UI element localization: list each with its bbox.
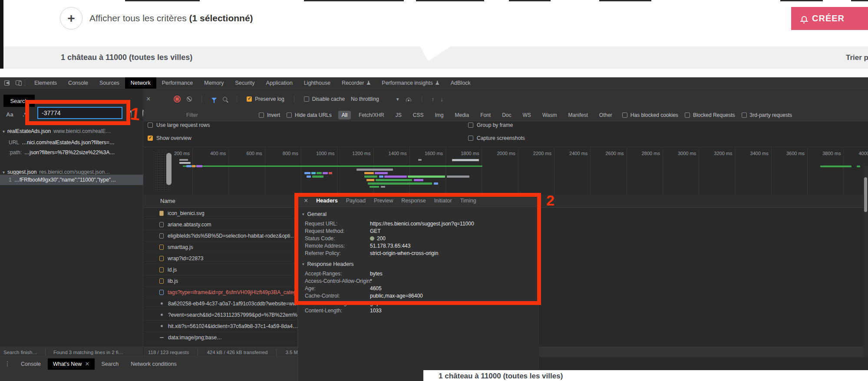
more-options-icon[interactable]: ⋮ xyxy=(4,360,10,367)
add-criteria-button[interactable]: + xyxy=(60,7,83,30)
header-name: Content-Length: xyxy=(298,308,370,314)
resource-script-icon xyxy=(159,278,164,284)
table-row[interactable]: ?event=search&tid=2613112357999&pd=%7B%2… xyxy=(144,309,297,321)
clear-icon[interactable] xyxy=(187,96,192,102)
filter-type-wasm[interactable]: Wasm xyxy=(539,111,561,119)
match-case-icon[interactable]: Aa xyxy=(6,111,13,118)
filter-type-all[interactable]: All xyxy=(338,111,351,119)
drawer-tab-search[interactable]: Search xyxy=(96,358,124,370)
table-row[interactable]: ld.js xyxy=(144,264,297,275)
browser-tab-edge xyxy=(509,0,551,1)
header-value: 4605 xyxy=(370,285,382,292)
network-overview-timeline[interactable]: 200 ms400 ms600 ms800 ms1000 ms1200 ms14… xyxy=(144,148,868,195)
timeline-tick-label: 2600 ms xyxy=(587,151,624,156)
header-value-text: 4605 xyxy=(370,285,382,292)
table-row[interactable]: icon_bienici.svg xyxy=(144,208,297,219)
filter-type-other[interactable]: Other xyxy=(596,111,616,119)
sort-by-label[interactable]: Trier p xyxy=(846,53,868,62)
close-details-icon[interactable]: × xyxy=(304,197,308,204)
close-icon[interactable]: × xyxy=(85,361,89,368)
drawer-tab-what-s-new[interactable]: What's New× xyxy=(48,358,95,370)
show-overview-checkbox[interactable]: Show overview xyxy=(148,135,191,141)
search-icon[interactable] xyxy=(223,97,227,101)
preserve-log-checkbox[interactable]: Preserve log xyxy=(247,96,284,102)
search-clear-icon[interactable] xyxy=(142,109,143,116)
details-tab-headers[interactable]: Headers xyxy=(316,198,337,204)
throttling-select[interactable]: No throttling ▼ xyxy=(351,96,400,102)
header-name: Age: xyxy=(298,285,370,292)
tab-lighthouse[interactable]: Lighthouse xyxy=(298,77,336,89)
drawer-tab-console[interactable]: Console xyxy=(16,358,46,370)
filter-type-manifest[interactable]: Manifest xyxy=(564,111,591,119)
filter-type-img[interactable]: Img xyxy=(431,111,447,119)
details-tab-timing[interactable]: Timing xyxy=(460,198,476,204)
table-row[interactable]: data:image/png;base… xyxy=(144,332,297,343)
criteria-label[interactable]: Afficher tous les critères (1 sélectionn… xyxy=(89,13,253,23)
details-tab-initiator[interactable]: Initiator xyxy=(434,198,452,204)
details-tab-payload[interactable]: Payload xyxy=(346,198,366,204)
filter-type-fetch-xhr[interactable]: Fetch/XHR xyxy=(355,111,388,119)
devtools-scrollbar[interactable] xyxy=(863,166,868,357)
import-har-icon[interactable]: ↑ xyxy=(432,96,435,102)
search-input[interactable] xyxy=(37,107,122,119)
record-icon[interactable] xyxy=(174,96,181,103)
table-row[interactable]: smarttag.js xyxy=(144,242,297,253)
search-refresh-icon[interactable] xyxy=(131,110,132,117)
table-row[interactable]: eligibleIds?ids%5B%5D=selection-habitat-… xyxy=(144,230,297,242)
filter-type-js[interactable]: JS xyxy=(392,111,405,119)
search-result-file[interactable]: ▾realEstateAds.jsonwww.bienici.com/realE… xyxy=(0,126,143,136)
tab-performance[interactable]: Performance xyxy=(156,77,199,89)
filter-type-font[interactable]: Font xyxy=(477,111,494,119)
capture-screenshots-checkbox[interactable]: Capture screenshots xyxy=(468,135,525,141)
tab-memory[interactable]: Memory xyxy=(198,77,229,89)
use-large-rows-checkbox[interactable]: Use large request rows xyxy=(148,122,210,128)
disable-cache-checkbox[interactable]: Disable cache xyxy=(304,96,345,102)
table-row[interactable]: lib.js xyxy=(144,275,297,287)
export-har-icon[interactable]: ↓ xyxy=(440,96,443,102)
table-row[interactable]: ariane.abtasty.com xyxy=(144,219,297,230)
filter-type-media[interactable]: Media xyxy=(451,111,472,119)
filter-type-ws[interactable]: WS xyxy=(519,111,535,119)
drawer-tab-network-conditions[interactable]: Network conditions xyxy=(125,358,182,370)
filter--rd-party-requests-checkbox[interactable]: 3rd-party requests xyxy=(742,112,792,118)
close-search-icon[interactable]: × xyxy=(146,96,150,103)
details-tab-preview[interactable]: Preview xyxy=(374,198,393,204)
table-row[interactable]: hit.xiti?s=561024&idclient=37c6a9b8-37c1… xyxy=(144,321,297,332)
search-result-line[interactable]: URL…nici.com/realEstateAds.json?filters=… xyxy=(0,137,143,148)
filter-has-blocked-cookies-checkbox[interactable]: Has blocked cookies xyxy=(622,112,678,118)
device-toolbar-icon[interactable] xyxy=(16,80,21,85)
tab-recorder[interactable]: Recorder xyxy=(336,77,376,89)
table-row[interactable]: tags?type=iframe&id=pr_6sfmVH09jHIzft49p… xyxy=(144,287,297,298)
tab-security[interactable]: Security xyxy=(229,77,260,89)
tab-elements[interactable]: Elements xyxy=(29,77,63,89)
search-panel-title[interactable]: Search xyxy=(3,95,35,107)
search-result-line[interactable]: :path:…json?filters=%7B%22size%22%3A… xyxy=(0,147,143,158)
inspect-element-icon[interactable] xyxy=(4,80,10,86)
tab-application[interactable]: Application xyxy=(261,77,298,89)
section-header[interactable]: ▾General xyxy=(298,210,539,218)
tab-sources[interactable]: Sources xyxy=(94,77,125,89)
filter-type-doc[interactable]: Doc xyxy=(498,111,515,119)
filter-type-css[interactable]: CSS xyxy=(409,111,427,119)
tab-network[interactable]: Network xyxy=(125,77,156,89)
tab-adblock[interactable]: AdBlock xyxy=(445,77,476,89)
group-by-frame-checkbox[interactable]: Group by frame xyxy=(468,122,513,128)
network-conditions-icon[interactable] xyxy=(406,97,412,102)
table-row[interactable]: wrap?id=22873 xyxy=(144,253,297,264)
hide-data-urls-checkbox[interactable]: Hide data URLs xyxy=(287,112,332,118)
filter-input[interactable] xyxy=(185,112,252,119)
invert-checkbox[interactable]: Invert xyxy=(259,112,280,118)
show-overview-label: Show overview xyxy=(156,135,191,141)
regex-icon[interactable]: .* xyxy=(23,111,26,118)
search-result-line[interactable]: 1…fFRfbooM9gx30","name":"11000","type"… xyxy=(0,175,143,185)
table-row[interactable]: 8a620258-eb49-4c37-a0a7-1af91c03cddb?web… xyxy=(144,298,297,309)
filter-blocked-requests-checkbox[interactable]: Blocked Requests xyxy=(685,112,735,118)
filter-icon[interactable] xyxy=(211,98,217,101)
details-tab-response[interactable]: Response xyxy=(401,198,426,204)
overview-scrollbar-thumb[interactable] xyxy=(166,153,172,185)
scrollbar-thumb[interactable] xyxy=(864,177,867,212)
tab-performance-insights[interactable]: Performance insights xyxy=(376,77,445,89)
tab-console[interactable]: Console xyxy=(63,77,94,89)
section-header[interactable]: ▾Response Headers xyxy=(298,260,539,268)
create-alert-button[interactable]: CRÉER xyxy=(791,7,868,30)
